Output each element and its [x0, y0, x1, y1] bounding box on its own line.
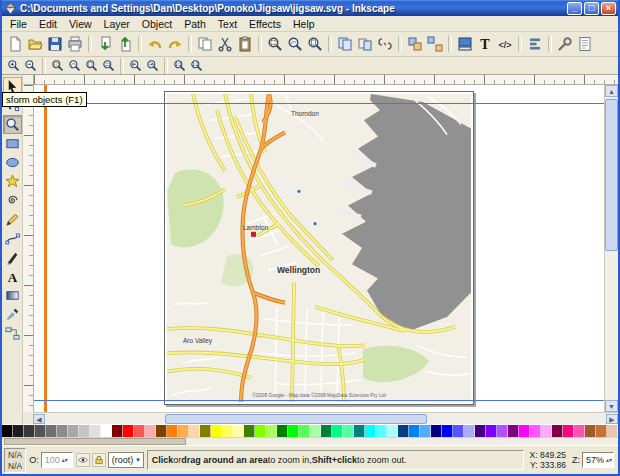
horizontal-guide-bottom[interactable] [34, 400, 604, 401]
zoom-page-width-button[interactable] [100, 58, 117, 73]
ungroup-button[interactable] [425, 34, 445, 54]
palette-swatch[interactable] [90, 425, 101, 437]
scroll-down-icon[interactable]: ▼ [605, 400, 618, 412]
palette-swatch[interactable] [266, 425, 277, 437]
palette-swatch[interactable] [167, 425, 178, 437]
zoom-out-button[interactable] [22, 58, 39, 73]
pen-tool-button[interactable] [3, 229, 22, 248]
undo-button[interactable] [145, 34, 165, 54]
connector-tool-button[interactable] [3, 324, 22, 343]
palette-swatch[interactable] [420, 425, 431, 437]
palette-swatch[interactable] [563, 425, 574, 437]
zoom-in-button[interactable] [5, 58, 22, 73]
palette-swatch[interactable] [442, 425, 453, 437]
canvas-page[interactable]: Thorndon Lambton Wellington Aro Valley ©… [164, 91, 474, 405]
maximize-button[interactable]: □ [584, 2, 599, 15]
preferences-button[interactable] [555, 34, 575, 54]
palette-swatch[interactable] [112, 425, 123, 437]
orange-guide-line[interactable] [44, 85, 47, 412]
palette-swatch[interactable] [607, 425, 618, 437]
palette-swatch[interactable] [211, 425, 222, 437]
palette-swatch[interactable] [233, 425, 244, 437]
zoom-previous-button[interactable] [127, 58, 144, 73]
fill-stroke-dialog-button[interactable] [455, 34, 475, 54]
zoom-selection-button[interactable] [265, 34, 285, 54]
zoom-spinbox[interactable]: 57% ▴▾ [582, 452, 614, 468]
menu-object[interactable]: Object [136, 17, 178, 31]
palette-swatch[interactable] [156, 425, 167, 437]
palette-swatch[interactable] [376, 425, 387, 437]
export-button[interactable] [115, 34, 135, 54]
fill-stroke-indicator[interactable]: N/A N/A [4, 448, 26, 473]
palette-swatch[interactable] [585, 425, 596, 437]
palette-swatch[interactable] [409, 425, 420, 437]
palette-swatch[interactable] [398, 425, 409, 437]
palette-swatch[interactable] [35, 425, 46, 437]
horizontal-guide-top[interactable] [34, 103, 604, 104]
create-clone-button[interactable] [355, 34, 375, 54]
horizontal-scroll-thumb[interactable] [165, 414, 427, 424]
group-button[interactable] [405, 34, 425, 54]
close-button[interactable]: × [601, 2, 616, 15]
palette-swatch[interactable] [321, 425, 332, 437]
palette-swatch[interactable] [13, 425, 24, 437]
palette-swatch[interactable] [200, 425, 211, 437]
palette-swatch[interactable] [79, 425, 90, 437]
align-distribute-dialog-button[interactable] [525, 34, 545, 54]
menu-help[interactable]: Help [287, 17, 321, 31]
palette-swatch[interactable] [24, 425, 35, 437]
palette-swatch[interactable] [431, 425, 442, 437]
palette-swatch[interactable] [222, 425, 233, 437]
print-button[interactable] [65, 34, 85, 54]
palette-swatch[interactable] [68, 425, 79, 437]
palette-swatch[interactable] [288, 425, 299, 437]
palette-swatch[interactable] [519, 425, 530, 437]
menu-text[interactable]: Text [212, 17, 243, 31]
palette-swatch[interactable] [464, 425, 475, 437]
menu-path[interactable]: Path [178, 17, 212, 31]
menu-view[interactable]: View [63, 17, 98, 31]
redo-button[interactable] [165, 34, 185, 54]
spiral-tool-button[interactable] [3, 191, 22, 210]
palette-swatch[interactable] [332, 425, 343, 437]
zoom-tool-button[interactable] [3, 115, 22, 134]
palette-swatch[interactable] [189, 425, 200, 437]
palette-swatch[interactable] [497, 425, 508, 437]
palette-scroll-thumb[interactable] [4, 438, 186, 445]
menu-layer[interactable]: Layer [98, 17, 136, 31]
rectangle-tool-button[interactable] [3, 134, 22, 153]
palette-swatch[interactable] [596, 425, 607, 437]
palette-swatch[interactable] [57, 425, 68, 437]
cut-button[interactable] [215, 34, 235, 54]
menu-file[interactable]: File [4, 17, 33, 31]
zoom-page-button[interactable] [83, 58, 100, 73]
open-document-button[interactable] [25, 34, 45, 54]
opacity-spinbox[interactable]: 100 ▴▾ [41, 452, 73, 468]
import-button[interactable] [95, 34, 115, 54]
minimize-button[interactable]: _ [567, 2, 582, 15]
scroll-left-icon[interactable]: ◀ [33, 414, 45, 424]
zoom-1-1-button[interactable]: 1:1 [171, 58, 188, 73]
palette-swatch[interactable] [552, 425, 563, 437]
palette-swatch[interactable] [343, 425, 354, 437]
horizontal-ruler[interactable] [34, 75, 618, 85]
layer-lock-icon[interactable] [92, 453, 106, 467]
text-dialog-button[interactable]: T [475, 34, 495, 54]
palette-swatch[interactable] [2, 425, 13, 437]
palette-swatch[interactable] [134, 425, 145, 437]
save-document-button[interactable] [45, 34, 65, 54]
palette-swatch[interactable] [310, 425, 321, 437]
palette-swatch[interactable] [123, 425, 134, 437]
unlink-clone-button[interactable] [375, 34, 395, 54]
spinner-arrows-icon[interactable]: ▴▾ [606, 457, 612, 463]
palette-swatch[interactable] [453, 425, 464, 437]
palette-swatch[interactable] [101, 425, 112, 437]
canvas-viewport[interactable]: Thorndon Lambton Wellington Aro Valley ©… [34, 85, 604, 412]
xml-editor-button[interactable]: </> [495, 34, 515, 54]
map-image[interactable]: Thorndon Lambton Wellington Aro Valley ©… [167, 94, 471, 402]
zoom-page-button[interactable] [305, 34, 325, 54]
pencil-tool-button[interactable] [3, 210, 22, 229]
palette-swatch[interactable] [255, 425, 266, 437]
palette-scrollbar[interactable] [2, 437, 618, 445]
copy-button[interactable] [195, 34, 215, 54]
